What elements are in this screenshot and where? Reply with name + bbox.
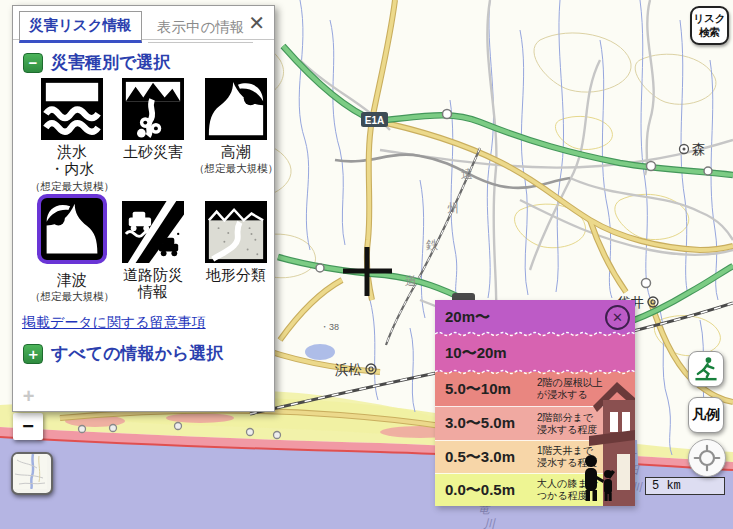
section-select-by-type: − 災害種別で選択 (23, 51, 170, 74)
zoom-out-button[interactable]: − (13, 413, 43, 440)
hazard-sub-label: （想定最大規模） (27, 180, 117, 194)
legend-depth-label: 10〜20m (435, 344, 537, 363)
minimap-thumbnail (13, 454, 47, 489)
evacuation-site-button[interactable] (688, 351, 724, 387)
hazard-label: 地形分類 (191, 266, 281, 283)
hazard-road-info[interactable]: 道路防災 情報 (108, 201, 198, 301)
hazard-landform[interactable]: 地形分類 (191, 201, 281, 283)
runner-icon (693, 356, 719, 382)
scale-label: 5 km (652, 479, 681, 493)
tab-disaster-risk-info[interactable]: 災害リスク情報 (19, 11, 142, 43)
section-title: 災害種別で選択 (51, 51, 170, 74)
legend-depth-desc: 2階部分まで 浸水する程度 (537, 412, 597, 436)
legend-depth-label: 20m〜 (435, 308, 537, 327)
hazard-label: 洪水 ・内水 (27, 143, 117, 178)
scale-bar: 5 km (645, 477, 725, 495)
landslide-icon (122, 78, 184, 140)
pond (305, 344, 335, 360)
legend-row: 0.5〜3.0m 1階天井まで 浸水する程度 (435, 440, 635, 473)
hazard-landslide[interactable]: 土砂災害 (108, 78, 198, 162)
tsunami-depth-legend: 20m〜 10〜20m 5.0〜10m 2階の屋根以上 が浸水する 3.0〜5.… (435, 300, 635, 506)
label-spot-height: ・38 (320, 322, 339, 332)
hazard-label: 津波 (27, 271, 117, 288)
hazard-storm-surge[interactable]: 高潮 （想定最大規模） (191, 78, 281, 176)
legend-row: 5.0〜10m 2階の屋根以上 が浸水する (435, 372, 635, 406)
svg-text:遠: 遠 (461, 167, 473, 181)
svg-text:鉄: 鉄 (426, 238, 438, 252)
expand-plus-icon[interactable]: ＋ (23, 344, 43, 364)
flood-icon (41, 78, 103, 140)
zoom-in-button[interactable]: + (14, 383, 43, 410)
section-title: すべての情報から選択 (51, 342, 223, 365)
data-notes-link[interactable]: 掲載データに関する留意事項 (22, 314, 206, 332)
tab-displayed-info[interactable]: 表示中の情報 (148, 14, 253, 43)
svg-text:森: 森 (692, 142, 706, 157)
locate-crosshair-icon (693, 444, 721, 472)
legend-row: 3.0〜5.0m 2階部分まで 浸水する程度 (435, 406, 635, 440)
overview-map-button[interactable] (11, 452, 53, 495)
legend-depth-label: 0.5〜3.0m (435, 448, 537, 467)
hazard-label: 土砂災害 (108, 143, 198, 160)
legend-close-icon[interactable]: ✕ (605, 305, 630, 330)
risk-search-button[interactable]: リスク 検索 (690, 6, 729, 45)
hazard-sub-label: （想定最大規模） (27, 290, 117, 304)
hazard-label: 高潮 (191, 143, 281, 160)
section-all-info: ＋ すべての情報から選択 (23, 342, 223, 365)
e1a-badge: E1A (361, 112, 388, 127)
hazard-label: 道路防災 情報 (108, 266, 198, 301)
close-icon[interactable]: ✕ (248, 13, 265, 33)
legend-depth-desc: 1階天井まで 浸水する程度 (537, 445, 597, 469)
collapse-minus-icon[interactable]: − (23, 53, 43, 73)
svg-text:州: 州 (447, 201, 459, 215)
hazard-sub-label: （想定最大規模） (191, 162, 281, 176)
panel-tabs: 災害リスク情報 表示中の情報 ✕ (13, 6, 274, 40)
landform-icon (205, 201, 267, 263)
legend-depth-label: 5.0〜10m (435, 380, 537, 399)
legend-depth-desc: 大人の膝まで つかる程度 (537, 478, 598, 502)
road-hazard-icon (122, 201, 184, 263)
tsunami-icon (43, 200, 101, 258)
legend-depth-label: 3.0〜5.0m (435, 414, 537, 433)
hazard-tsunami[interactable]: 津波 （想定最大規模） (27, 194, 117, 304)
legend-button[interactable]: 凡例 (688, 397, 724, 433)
svg-text:川: 川 (483, 517, 496, 529)
legend-row: 0.0〜0.5m 大人の膝まで つかる程度 (435, 473, 635, 506)
selected-ring (37, 194, 107, 264)
svg-text:浜松: 浜松 (334, 362, 362, 377)
disaster-risk-panel: 災害リスク情報 表示中の情報 ✕ − 災害種別で選択 洪水 ・内水 （想定最大規… (12, 5, 275, 412)
current-location-button[interactable] (688, 439, 726, 477)
storm-surge-icon (205, 78, 267, 140)
svg-text:E1A: E1A (365, 115, 384, 126)
legend-depth-label: 0.0〜0.5m (435, 481, 537, 500)
svg-text:道: 道 (405, 274, 417, 288)
legend-depth-desc: 2階の屋根以上 が浸水する (537, 377, 603, 401)
legend-row: 10〜20m (435, 334, 635, 372)
hazard-flood[interactable]: 洪水 ・内水 （想定最大規模） (27, 78, 117, 194)
